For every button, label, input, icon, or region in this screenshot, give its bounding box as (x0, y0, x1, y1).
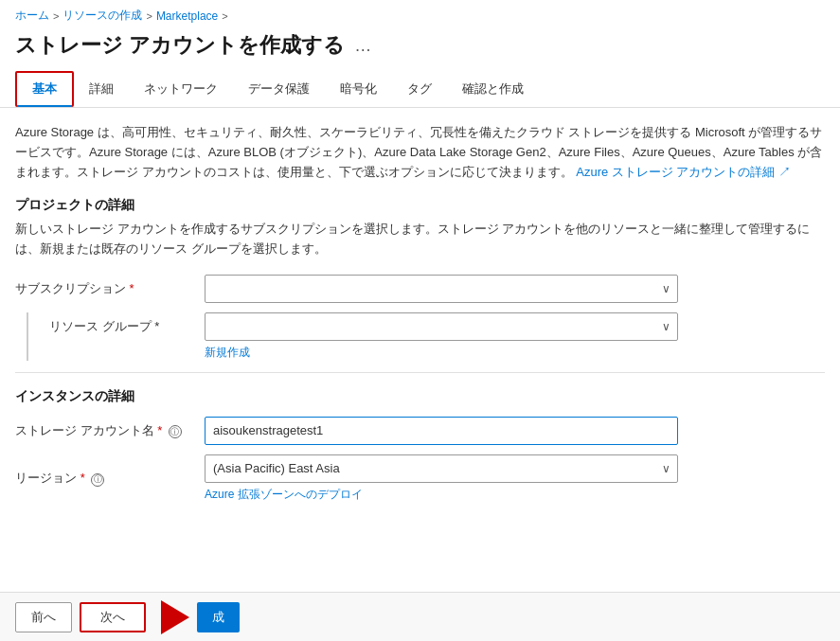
resource-group-row: リソース グループ * 新規作成 (15, 312, 825, 361)
instance-section: インスタンスの詳細 ストレージ アカウント名 * ⓘ リージョン * ⓘ (15, 388, 825, 503)
breadcrumb-create[interactable]: リソースの作成 (63, 8, 142, 24)
storage-name-row: ストレージ アカウント名 * ⓘ (15, 417, 825, 445)
subscription-input-col (205, 275, 678, 303)
storage-name-input-col (205, 417, 678, 445)
complete-button[interactable]: 成 (197, 602, 240, 632)
instance-section-title: インスタンスの詳細 (15, 388, 825, 405)
resource-group-select[interactable] (205, 312, 678, 341)
region-label: リージョン * ⓘ (15, 470, 205, 487)
page-title-row: ストレージ アカウントを作成する … (0, 27, 840, 71)
tab-detail[interactable]: 詳細 (74, 73, 129, 105)
description-block: Azure Storage は、高可用性、セキュリティ、耐久性、スケーラビリティ… (15, 123, 825, 182)
page-title: ストレージ アカウントを作成する (15, 31, 345, 60)
region-select[interactable]: (Asia Pacific) East Asia (205, 454, 678, 483)
storage-name-input[interactable] (205, 417, 678, 445)
tab-network[interactable]: ネットワーク (129, 73, 233, 105)
region-required: * (80, 471, 85, 485)
breadcrumb-home[interactable]: ホーム (15, 8, 49, 24)
storage-name-label: ストレージ アカウント名 * ⓘ (15, 422, 205, 439)
tab-confirm[interactable]: 確認と作成 (447, 73, 539, 105)
next-button[interactable]: 次へ (80, 602, 146, 632)
region-row: リージョン * ⓘ (Asia Pacific) East Asia Azure… (15, 454, 825, 503)
bottom-bar: 前へ 次へ 成 (0, 592, 840, 641)
subscription-row: サブスクリプション * (15, 275, 825, 303)
external-link-icon: ↗ (778, 165, 791, 179)
resource-indent (27, 312, 49, 361)
breadcrumb-sep2: > (146, 10, 152, 22)
storage-detail-link[interactable]: Azure ストレージ アカウントの詳細 ↗ (576, 165, 791, 179)
tab-encryption[interactable]: 暗号化 (325, 73, 392, 105)
arrow-indicator (161, 600, 189, 634)
tab-data-protection[interactable]: データ保護 (233, 73, 325, 105)
new-create-link[interactable]: 新規作成 (205, 345, 250, 361)
project-section-title: プロジェクトの詳細 (15, 197, 825, 214)
resource-group-input-col: 新規作成 (205, 312, 678, 361)
resource-group-label: リソース グループ * (49, 312, 205, 361)
breadcrumb-sep3: > (222, 10, 227, 22)
tab-basic[interactable]: 基本 (15, 71, 74, 107)
subscription-label: サブスクリプション * (15, 280, 205, 297)
region-input-col: (Asia Pacific) East Asia Azure 拡張ゾーンへのデプ… (205, 454, 678, 503)
page-title-ellipsis[interactable]: … (354, 36, 373, 56)
region-select-wrapper: (Asia Pacific) East Asia (205, 454, 678, 483)
breadcrumb: ホーム > リソースの作成 > Marketplace > (0, 0, 840, 27)
resource-group-select-wrapper (205, 312, 678, 341)
azure-expand-link[interactable]: Azure 拡張ゾーンへのデプロイ (205, 487, 363, 503)
subscription-required: * (126, 281, 134, 295)
breadcrumb-sep1: > (53, 10, 59, 22)
storage-name-required: * (157, 423, 162, 437)
prev-button[interactable]: 前へ (15, 602, 72, 632)
breadcrumb-marketplace[interactable]: Marketplace (156, 9, 218, 23)
storage-name-info-icon[interactable]: ⓘ (169, 425, 182, 438)
resource-group-required: * (152, 319, 160, 333)
project-section-desc: 新しいストレージ アカウントを作成するサブスクリプションを選択します。ストレージ… (15, 220, 825, 259)
tab-bar: 基本 詳細 ネットワーク データ保護 暗号化 タグ 確認と作成 (0, 71, 840, 108)
divider (15, 372, 825, 373)
tab-tags[interactable]: タグ (392, 73, 447, 105)
subscription-select-wrapper (205, 275, 678, 303)
region-info-icon[interactable]: ⓘ (91, 473, 104, 487)
main-content: Azure Storage は、高可用性、セキュリティ、耐久性、スケーラビリティ… (0, 108, 840, 503)
subscription-select[interactable] (205, 275, 678, 303)
